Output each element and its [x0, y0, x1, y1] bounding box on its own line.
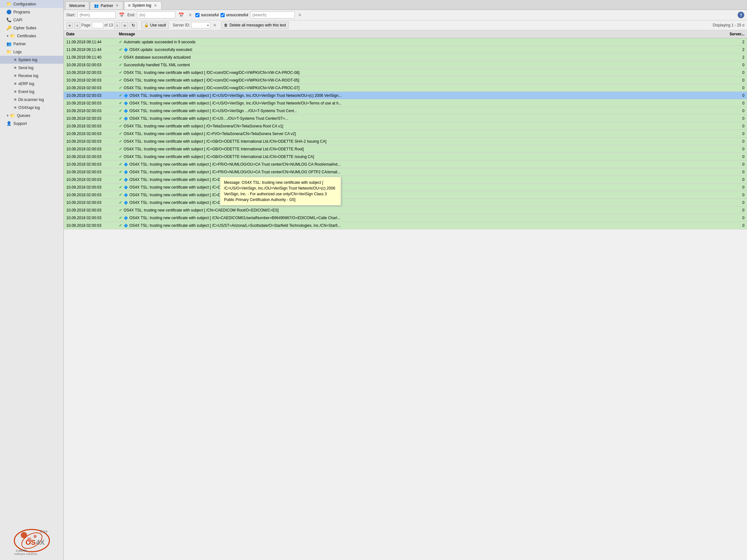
cell-message: ✔🔷OS4X TSL: trusting new certificate wit… [116, 222, 726, 229]
sidebar-item-partner[interactable]: 👥 Partner [0, 40, 63, 48]
clear-search-btn[interactable]: ✕ [297, 12, 303, 18]
cell-date: 10.09.2018 02:00:03 [64, 222, 116, 229]
table-row[interactable]: 10.09.2018 02:00:03 ✔🔷OS4X TSL: trusting… [64, 92, 747, 99]
cell-server: 0 [726, 99, 747, 107]
end-input[interactable] [137, 11, 175, 19]
table-row[interactable]: 10.09.2018 02:00:03 ✔🔷OS4X TSL: trusting… [64, 214, 747, 222]
table-row[interactable]: 10.09.2018 02:00:03 ✔🔷OS4X TSL: trusting… [64, 184, 747, 191]
sidebar-item-capi[interactable]: 📞 CAPI [0, 16, 63, 24]
sidebar-item-queues[interactable]: + 📁 Queues [0, 111, 63, 119]
page-input[interactable]: 1 [92, 22, 103, 28]
unsuccessful-checkbox-label[interactable]: unsuccessful [221, 13, 248, 17]
cell-date: 10.09.2018 02:00:03 [64, 207, 116, 214]
sidebar-item-programs[interactable]: 🔵 Programs [0, 8, 63, 16]
cell-message: ✔🔷OS4X TSL: trusting new certificate wit… [116, 92, 726, 99]
table-row[interactable]: 10.09.2018 02:00:03 ✔OS4X TSL: trusting … [64, 76, 747, 84]
table-row[interactable]: 10.09.2018 02:00:03 ✔🔷OS4X TSL: trusting… [64, 199, 747, 207]
sidebar-item-xerp-log[interactable]: ≡ xERP log [0, 80, 63, 88]
tab-close-system-log[interactable]: ✕ [153, 3, 157, 8]
sidebar: 📁 Configuration 🔵 Programs 📞 CAPI 🔑 Ciph… [0, 0, 64, 560]
table-row[interactable]: 10.09.2018 02:00:03 ✔🔷OS4X TSL: trusting… [64, 168, 747, 176]
svg-point-6 [33, 535, 37, 538]
sidebar-item-send-log[interactable]: ≡ Send log [0, 64, 63, 72]
sidebar-icon-receive-log: ≡ [14, 73, 17, 78]
table-row[interactable]: 10.09.2018 02:00:03 ✔🔷OS4X TSL: trusting… [64, 115, 747, 122]
table-row[interactable]: 11.09.2018 09:11:44 ✔Automatic update su… [64, 38, 747, 46]
table-row[interactable]: 10.09.2018 02:00:03 ✔OS4X TSL: trusting … [64, 122, 747, 130]
server-id-select[interactable] [191, 22, 210, 28]
tab-welcome[interactable]: Welcome [65, 1, 89, 9]
tab-partner[interactable]: 👥Partner✕ [90, 1, 123, 9]
cell-date: 10.09.2018 02:00:03 [64, 153, 116, 161]
cell-message: ✔🔷OS4X TSL: trusting new certificate wit… [116, 191, 726, 199]
table-row[interactable]: 10.09.2018 02:00:03 ✔🔷OS4X TSL: trusting… [64, 222, 747, 229]
prev-page-btn[interactable]: ‹ [74, 22, 80, 29]
sidebar-label-queues: Queues [17, 113, 30, 118]
sidebar-item-cipher-suites[interactable]: 🔑 Cipher Suites [0, 24, 63, 32]
search-input[interactable] [250, 11, 295, 19]
table-row[interactable]: 10.09.2018 02:00:03 ✔🔷OS4X TSL: trusting… [64, 191, 747, 199]
use-vault-btn[interactable]: 🔒 Use vault [141, 22, 169, 29]
sidebar-item-logs[interactable]: 📁 Logs [0, 48, 63, 56]
table-row[interactable]: 10.09.2018 02:00:03 ✔OS4X TSL: trusting … [64, 69, 747, 76]
svg-text:Core: Core [40, 529, 48, 533]
cell-message: ✔🔷OS4X update: successfully executed: [116, 46, 726, 54]
clear-date-btn[interactable]: ✕ [187, 12, 194, 18]
help-button[interactable]: ? [738, 11, 744, 19]
table-row[interactable]: 10.09.2018 02:00:03 ✔OS4X TSL: trusting … [64, 84, 747, 92]
sidebar-item-system-log[interactable]: ≡ System log [0, 56, 63, 64]
sidebar-icon-dir-scanner-log: ≡ [14, 97, 17, 102]
cell-message: ✔🔷OS4X TSL: trusting new certificate wit… [116, 176, 726, 184]
last-page-btn[interactable]: » [122, 22, 128, 29]
page-of: of 13 [105, 23, 113, 27]
table-row[interactable]: 11.09.2018 09:11:40 ✔OS4X database succe… [64, 54, 747, 61]
table-row[interactable]: 10.09.2018 02:00:03 ✔OS4X TSL: trusting … [64, 130, 747, 138]
cell-message: ✔🔷OS4X TSL: trusting new certificate wit… [116, 199, 726, 207]
table-row[interactable]: 10.09.2018 02:00:03 ✔OS4X TSL: trusting … [64, 145, 747, 153]
sidebar-item-configuration[interactable]: 📁 Configuration [0, 0, 63, 8]
table-row[interactable]: 10.09.2018 02:00:03 ✔OS4X TSL: trusting … [64, 138, 747, 145]
status-check-icon: ✔ [119, 223, 122, 228]
cell-date: 10.09.2018 02:00:03 [64, 184, 116, 191]
tab-icon-system-log: ≡ [128, 3, 130, 8]
cell-server: 0 [726, 130, 747, 138]
cell-message: ✔OS4X TSL: trusting new certificate with… [116, 122, 726, 130]
refresh-btn[interactable]: ↻ [129, 22, 137, 29]
tab-label-system-log: System log [132, 3, 151, 8]
table-row[interactable]: 10.09.2018 02:00:03 ✔🔷OS4X TSL: trusting… [64, 107, 747, 115]
table-row[interactable]: 10.09.2018 02:00:03 ✔OS4X TSL: trusting … [64, 207, 747, 214]
sidebar-item-dir-scanner-log[interactable]: ≡ Dir.scanner log [0, 96, 63, 104]
sidebar-item-support[interactable]: 👤 Support [0, 119, 63, 127]
delete-messages-btn[interactable]: 🗑 Delete all messages with this text [221, 22, 289, 29]
vault-label: Use vault [150, 23, 166, 27]
first-page-btn[interactable]: « [66, 22, 73, 29]
start-input[interactable] [77, 11, 116, 19]
successful-checkbox-label[interactable]: successful [195, 13, 218, 17]
tab-system-log[interactable]: ≡System log✕ [124, 1, 161, 9]
info-icon: 🔷 [124, 48, 128, 52]
table-row[interactable]: 10.09.2018 02:00:03 ✔Successfully handle… [64, 61, 747, 69]
table-row[interactable]: 11.09.2018 09:11:44 ✔🔷OS4X update: succe… [64, 46, 747, 54]
table-row[interactable]: 10.09.2018 02:00:03 ✔OS4X TSL: trusting … [64, 153, 747, 161]
cell-date: 10.09.2018 02:00:03 [64, 122, 116, 130]
cell-date: 10.09.2018 02:00:03 [64, 92, 116, 99]
sidebar-item-receive-log[interactable]: ≡ Receive log [0, 72, 63, 80]
successful-checkbox[interactable] [195, 13, 200, 17]
sidebar-item-certificates[interactable]: + 📁 Certificates [0, 32, 63, 40]
unsuccessful-checkbox[interactable] [221, 13, 225, 17]
sidebar-item-event-log[interactable]: ≡ Event log [0, 88, 63, 96]
table-row[interactable]: 10.09.2018 02:00:03 ✔🔷OS4X TSL: trusting… [64, 161, 747, 168]
next-page-btn[interactable]: › [114, 22, 120, 29]
clear-server-btn[interactable]: ✕ [212, 22, 218, 28]
cell-server: 0 [726, 168, 747, 176]
tab-close-partner[interactable]: ✕ [115, 3, 119, 8]
table-row[interactable]: 10.09.2018 02:00:03 ✔🔷OS4X TSL: trusting… [64, 99, 747, 107]
sidebar-item-os4xapi-log[interactable]: ≡ OS4Xapi log [0, 104, 63, 111]
sidebar-label-system-log: System log [19, 58, 37, 62]
table-row[interactable]: 10.09.2018 02:00:03 ✔🔷OS4X TSL: trusting… [64, 176, 747, 184]
col-header-message: Message [116, 30, 726, 38]
cell-message: ✔🔷OS4X TSL: trusting new certificate wit… [116, 184, 726, 191]
cell-message: ✔🔷OS4X TSL: trusting new certificate wit… [116, 99, 726, 107]
start-calendar-btn[interactable]: 📅 [118, 12, 126, 18]
end-calendar-btn[interactable]: 📅 [177, 12, 185, 18]
